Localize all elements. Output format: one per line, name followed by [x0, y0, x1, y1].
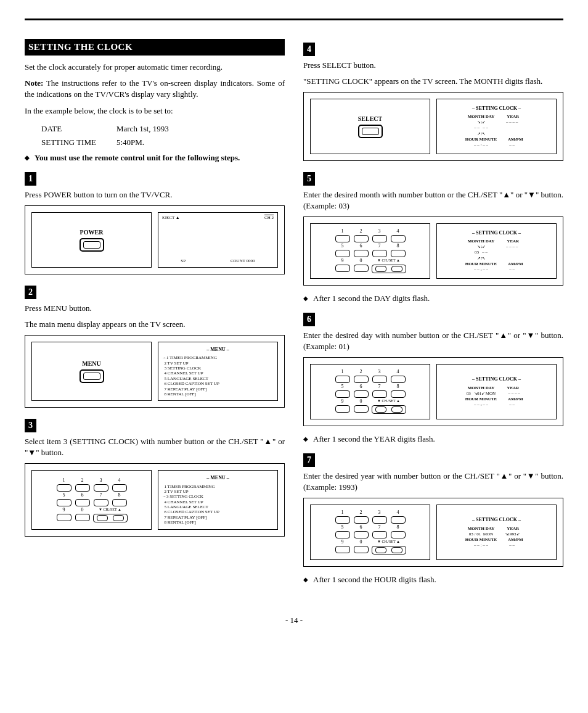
time-label: SETTING TIME	[41, 136, 115, 149]
clock-display: MONTH DAYYEAR ↘↓↙03 – –↗↑↖– – – – HOUR M…	[465, 239, 528, 273]
step-4-text-1: Press SELECT button.	[303, 60, 563, 71]
eject-label: EJECT ▲	[162, 215, 180, 221]
example-intro: In the example below, the clock is to be…	[25, 105, 285, 117]
remote-panel: SELECT	[310, 99, 430, 154]
step-7-text: Enter the desired year with number butto…	[303, 471, 563, 493]
step-2-text-2: The main menu display appears on the TV …	[25, 319, 285, 330]
menu-button: MENU	[80, 360, 104, 383]
step-5-number: 5	[303, 172, 315, 186]
channel-indicator: CH 2	[264, 215, 274, 221]
step-6-number: 6	[303, 313, 315, 326]
step-4-number: 4	[303, 43, 315, 56]
tv-panel-menu: – MENU – →1 TIMER PROGRAMMING 2 TV SET U…	[158, 342, 278, 401]
date-label: DATE	[41, 123, 115, 135]
step-5-after: After 1 second the DAY digits flash.	[303, 293, 563, 304]
clock-title: – SETTING CLOCK –	[472, 105, 521, 112]
keypad-panel: 1234 5678 90▼ CH./SET ▲	[310, 505, 430, 560]
number-keypad: 1234 5678 90▼ CH./SET ▲	[335, 229, 406, 273]
sp-indicator: SP	[181, 258, 186, 265]
diagram-step-5: 1234 5678 90▼ CH./SET ▲ – SETTING CLOCK …	[303, 216, 563, 286]
clock-title: – SETTING CLOCK –	[472, 376, 521, 382]
example-values: DATEMarch 1st, 1993 SETTING TIME5:40PM.	[39, 122, 189, 150]
number-keypad: 1234 5678 90▼ CH./SET ▲	[335, 510, 406, 554]
step-3-text: Select item 3 (SETTING CLOCK) with numbe…	[25, 436, 285, 458]
remote-panel: MENU	[31, 342, 152, 401]
number-keypad: 1234 5678 90▼ CH./SET ▲	[335, 369, 406, 414]
tv-panel-clock: – SETTING CLOCK – MONTH DAYYEAR ↘↓↙03 – …	[436, 223, 557, 279]
menu-label: MENU	[82, 360, 101, 368]
tv-panel-clock: – SETTING CLOCK – MONTH DAYYEAR ↘↓↙– – –…	[436, 99, 557, 154]
right-column: 4 Press SELECT button. "SETTING CLOCK" a…	[303, 39, 563, 590]
diagram-step-2: MENU – MENU – →1 TIMER PROGRAMMING 2 TV …	[25, 335, 285, 408]
page-number: - 14 -	[25, 615, 563, 626]
clock-display: MONTH DAYYEAR ↘↓↙– – – –↗↑↖– – – – HOUR …	[465, 114, 528, 148]
button-shape	[80, 369, 104, 383]
step-6-after: After 1 second the YEAR digits flash.	[303, 434, 563, 445]
clock-title: – SETTING CLOCK –	[472, 229, 521, 236]
menu-title: – MENU –	[206, 346, 229, 353]
menu-title: – MENU –	[206, 474, 229, 481]
power-button: POWER	[80, 228, 104, 252]
select-label: SELECT	[358, 115, 382, 123]
step-2-number: 2	[25, 286, 36, 299]
step-7-after: After 1 second the HOUR digits flash.	[303, 574, 563, 585]
count-indicator: COUNT 0000	[231, 258, 255, 265]
keypad-panel: 1234 5678 90▼ CH./SET ▲	[31, 470, 152, 529]
bullet-remote-required: You must use the remote control unit for…	[25, 152, 285, 163]
note-label: Note:	[25, 78, 43, 88]
horizontal-rule	[25, 19, 563, 20]
button-shape	[80, 238, 104, 252]
diagram-step-4: SELECT – SETTING CLOCK – MONTH DAYYEAR ↘…	[303, 92, 563, 161]
button-shape	[358, 125, 383, 138]
section-title: SETTING THE CLOCK	[25, 39, 285, 56]
tv-panel: EJECT ▲ CH 2 SP COUNT 0000	[158, 212, 278, 268]
menu-list: 1 TIMER PROGRAMMING 2 TV SET UP →3 SETTI…	[162, 484, 219, 525]
two-column-layout: SETTING THE CLOCK Set the clock accurate…	[25, 39, 563, 590]
step-6-text: Enter the desired day with number button…	[303, 330, 563, 352]
clock-display: MONTH DAYYEAR 03 / 01 MON↘1993↙ HOUR MIN…	[465, 526, 528, 548]
keypad-panel: 1234 5678 90▼ CH./SET ▲	[310, 223, 430, 279]
power-label: POWER	[80, 228, 104, 237]
diagram-step-6: 1234 5678 90▼ CH./SET ▲ – SETTING CLOCK …	[303, 357, 563, 426]
step-5-text: Enter the desired month with number butt…	[303, 189, 563, 212]
step-7-number: 7	[303, 453, 315, 467]
intro-note: Note: The instructions refer to the TV's…	[25, 78, 285, 100]
time-value: 5:40PM.	[116, 136, 187, 149]
clock-title: – SETTING CLOCK –	[472, 516, 521, 523]
step-3-number: 3	[25, 419, 36, 432]
clock-display: MONTH DAYYEAR 03 ↘01↙ MON– – – – HOUR MI…	[465, 385, 528, 408]
step-1-number: 1	[25, 172, 36, 186]
intro-paragraph-1: Set the clock accurately for proper auto…	[25, 62, 285, 73]
date-value: March 1st, 1993	[116, 123, 187, 135]
diagram-step-1: POWER EJECT ▲ CH 2 SP COUNT 0000	[25, 205, 285, 274]
tv-panel-clock: – SETTING CLOCK – MONTH DAYYEAR 03 ↘01↙ …	[436, 364, 557, 419]
select-button: SELECT	[358, 115, 383, 138]
diagram-step-7: 1234 5678 90▼ CH./SET ▲ – SETTING CLOCK …	[303, 498, 563, 567]
note-text: The instructions refer to the TV's on-sc…	[25, 78, 285, 99]
step-2-text-1: Press MENU button.	[25, 303, 285, 314]
number-keypad: 1234 5678 90▼ CH./SET ▲	[56, 478, 128, 522]
remote-panel: POWER	[31, 212, 152, 268]
tv-panel-clock: – SETTING CLOCK – MONTH DAYYEAR 03 / 01 …	[436, 505, 557, 560]
keypad-panel: 1234 5678 90▼ CH./SET ▲	[310, 364, 430, 419]
menu-list: →1 TIMER PROGRAMMING 2 TV SET UP 3 SETTI…	[162, 355, 219, 397]
tv-panel-menu: – MENU – 1 TIMER PROGRAMMING 2 TV SET UP…	[158, 470, 278, 529]
step-4-text-2: "SETTING CLOCK" appears on the TV screen…	[303, 76, 563, 87]
diagram-step-3: 1234 5678 90▼ CH./SET ▲ – MENU – 1 TIMER…	[25, 463, 285, 536]
left-column: SETTING THE CLOCK Set the clock accurate…	[25, 39, 285, 590]
step-1-text: Press POWER button to turn on the TV/VCR…	[25, 189, 285, 200]
